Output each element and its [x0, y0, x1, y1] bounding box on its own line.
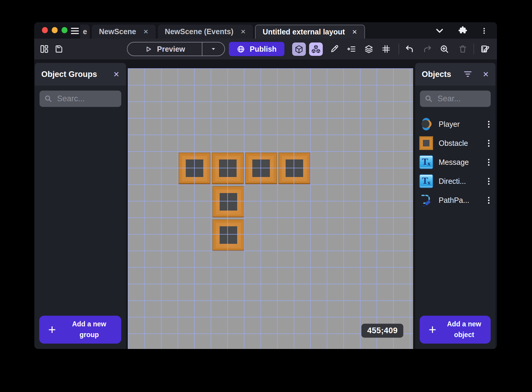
- add-group-button[interactable]: + Add a new group: [39, 316, 121, 344]
- plus-icon: +: [39, 322, 65, 337]
- object-row-obstacle[interactable]: Obstacle: [415, 134, 495, 153]
- grid-icon[interactable]: [380, 42, 393, 56]
- add-group-label-line2: group: [79, 331, 99, 339]
- tab-newscene[interactable]: NewScene ✕: [92, 25, 156, 39]
- object-kebab-menu-icon[interactable]: [487, 120, 491, 129]
- text-object-icon: Tx: [419, 155, 433, 169]
- obstacle-instance[interactable]: [212, 153, 244, 184]
- globe-icon: [237, 45, 245, 53]
- objects-header: Objects ✕: [415, 63, 495, 86]
- player-sprite-icon: [419, 117, 433, 131]
- objects-title: Objects: [422, 70, 451, 79]
- object-groups-panel: Object Groups ✕ + Add a new group: [35, 63, 126, 349]
- text-object-icon: Tx: [419, 174, 433, 188]
- open-panels-icon[interactable]: [38, 42, 51, 56]
- instances-cubes-icon[interactable]: [309, 42, 323, 56]
- object-groups-header: Object Groups ✕: [35, 63, 126, 86]
- tab-newscene-events[interactable]: NewScene (Events) ✕: [158, 25, 253, 39]
- object-name: PathPa...: [439, 196, 469, 205]
- grid-overlay: [128, 68, 413, 349]
- maximize-window-button[interactable]: [62, 27, 67, 33]
- layers-icon[interactable]: [362, 42, 375, 56]
- add-group-label-line1: Add a new: [72, 320, 106, 328]
- scene-canvas[interactable]: 455;409: [128, 68, 413, 349]
- app-window: e NewScene ✕ NewScene (Events) ✕ Untitle…: [34, 22, 497, 349]
- titlebar: e NewScene ✕ NewScene (Events) ✕ Untitle…: [34, 22, 497, 39]
- objects-search-input[interactable]: [437, 94, 486, 103]
- obstacle-instance[interactable]: [245, 153, 277, 184]
- obstacle-instance[interactable]: [278, 153, 310, 184]
- objects-list: Player Obstacle Tx Message Tx Directi..: [415, 115, 495, 210]
- object-kebab-menu-icon[interactable]: [487, 196, 491, 205]
- add-object-button[interactable]: + Add a new object: [420, 316, 491, 344]
- object-row-player[interactable]: Player: [415, 115, 495, 134]
- plus-icon: +: [420, 322, 445, 337]
- toolbar: Preview Publish: [34, 39, 497, 59]
- objects-panel: Objects ✕ Player Obstacle: [415, 63, 495, 349]
- tab-close-icon[interactable]: ✕: [240, 28, 246, 35]
- caret-down-icon: [210, 45, 217, 53]
- object-kebab-menu-icon[interactable]: [487, 158, 491, 167]
- save-icon[interactable]: [52, 42, 65, 56]
- object-row-directions[interactable]: Tx Directi...: [415, 172, 495, 191]
- main-menu-hamburger-icon[interactable]: [70, 26, 79, 35]
- play-icon: [144, 45, 152, 53]
- preview-options-dropdown[interactable]: [202, 42, 224, 56]
- zoom-in-icon[interactable]: [438, 42, 451, 56]
- object-row-pathpainter[interactable]: PathPa...: [415, 191, 495, 210]
- objects-search[interactable]: [420, 91, 491, 107]
- object-name: Player: [439, 120, 460, 129]
- toolbar-separator: [399, 44, 399, 54]
- object-groups-title: Object Groups: [41, 70, 97, 79]
- 3d-view-toggle-cube-icon[interactable]: [292, 42, 306, 56]
- cursor-coordinates-badge: 455;409: [361, 324, 403, 338]
- object-name: Obstacle: [439, 139, 468, 148]
- object-name: Directi...: [439, 177, 466, 186]
- preview-split-button: Preview: [127, 42, 225, 56]
- redo-icon[interactable]: [421, 42, 434, 56]
- object-row-message[interactable]: Tx Message: [415, 153, 495, 172]
- tab-label: NewScene: [99, 27, 136, 36]
- object-kebab-menu-icon[interactable]: [487, 177, 491, 186]
- search-icon: [44, 95, 53, 103]
- add-object-label-line1: Add a new: [447, 320, 481, 328]
- close-panel-icon[interactable]: ✕: [483, 71, 489, 78]
- pencil-edit-icon[interactable]: [328, 42, 341, 56]
- filter-icon[interactable]: [464, 70, 472, 78]
- publish-label: Publish: [250, 45, 276, 53]
- obstacle-tile-icon: [419, 136, 433, 150]
- tab-untitled-external-layout[interactable]: Untitled external layout ✕: [255, 25, 365, 39]
- edit-scene-icon[interactable]: [479, 42, 492, 56]
- obstacle-instance[interactable]: [179, 153, 210, 184]
- close-window-button[interactable]: [42, 27, 48, 33]
- toolbar-separator: [473, 44, 474, 54]
- tab-label: e: [83, 27, 87, 36]
- object-name: Message: [439, 158, 469, 167]
- instance-list-icon[interactable]: [345, 42, 358, 56]
- obstacle-instance[interactable]: [213, 219, 244, 251]
- window-controls: [42, 27, 67, 33]
- add-object-label-line2: object: [454, 331, 474, 339]
- tab-bar: e NewScene ✕ NewScene (Events) ✕ Untitle…: [80, 25, 423, 39]
- obstacle-instance[interactable]: [213, 186, 244, 218]
- window-kebab-menu-icon[interactable]: [479, 26, 489, 36]
- search-icon: [425, 95, 433, 103]
- tab-clipped[interactable]: e: [80, 25, 90, 39]
- minimize-window-button[interactable]: [52, 27, 58, 33]
- tab-close-icon[interactable]: ✕: [143, 28, 149, 35]
- close-panel-icon[interactable]: ✕: [113, 71, 119, 78]
- preview-button[interactable]: Preview: [128, 42, 202, 56]
- tab-label: NewScene (Events): [165, 27, 234, 36]
- undo-icon[interactable]: [403, 42, 416, 56]
- path-paint-icon: [419, 193, 433, 207]
- object-groups-search[interactable]: [40, 91, 121, 107]
- tab-close-icon[interactable]: ✕: [352, 29, 357, 36]
- extensions-puzzle-icon[interactable]: [458, 26, 468, 36]
- object-kebab-menu-icon[interactable]: [487, 139, 491, 148]
- object-groups-search-input[interactable]: [57, 94, 117, 103]
- preview-label: Preview: [157, 45, 185, 53]
- delete-trash-icon[interactable]: [456, 42, 469, 56]
- tab-label: Untitled external layout: [263, 28, 345, 36]
- publish-button[interactable]: Publish: [229, 42, 284, 56]
- tabs-overflow-chevron-down-icon[interactable]: [435, 26, 445, 36]
